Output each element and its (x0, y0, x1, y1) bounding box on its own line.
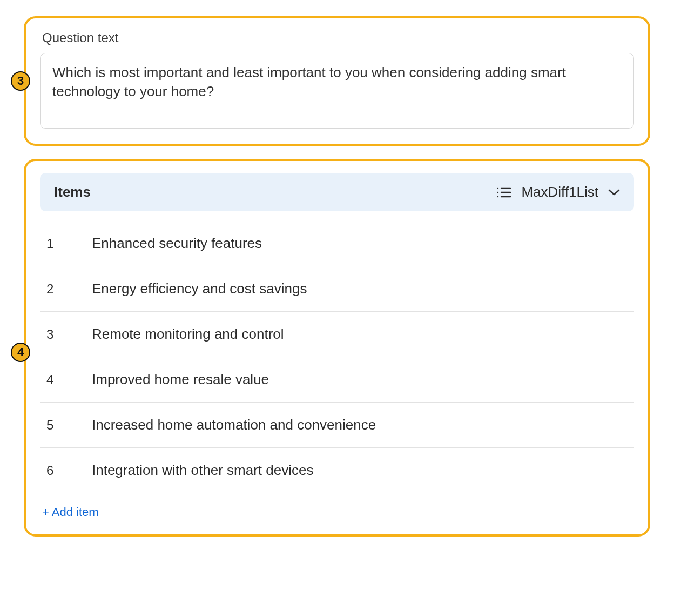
callout-step-3-label: 3 (17, 74, 24, 88)
item-number: 4 (43, 372, 92, 387)
items-panel: Items MaxDiff1List (24, 159, 650, 537)
add-item-label: + Add item (42, 505, 99, 519)
question-text-input[interactable] (40, 53, 634, 129)
question-text-label: Question text (42, 30, 634, 45)
items-header-title: Items (54, 184, 91, 200)
list-item[interactable]: 3 Remote monitoring and control (40, 312, 634, 357)
item-text: Remote monitoring and control (92, 326, 284, 343)
list-item[interactable]: 1 Enhanced security features (40, 221, 634, 266)
items-header: Items MaxDiff1List (40, 173, 634, 211)
item-number: 5 (43, 418, 92, 433)
svg-point-4 (497, 196, 498, 197)
items-list: 1 Enhanced security features 2 Energy ef… (40, 221, 634, 493)
question-text-panel: Question text (24, 16, 650, 146)
item-text: Improved home resale value (92, 371, 269, 388)
editor-canvas: 3 4 Question text Items (0, 0, 674, 616)
chevron-down-icon (608, 189, 620, 196)
list-item[interactable]: 6 Integration with other smart devices (40, 448, 634, 493)
item-number: 6 (43, 463, 92, 478)
callout-step-4-label: 4 (17, 345, 24, 359)
svg-point-2 (497, 191, 498, 192)
callout-step-3: 3 (11, 71, 30, 91)
list-icon (496, 186, 511, 199)
item-number: 2 (43, 282, 92, 297)
items-list-selector[interactable]: MaxDiff1List (496, 184, 620, 200)
item-text: Increased home automation and convenienc… (92, 417, 376, 433)
list-item[interactable]: 5 Increased home automation and convenie… (40, 403, 634, 448)
list-item[interactable]: 2 Energy efficiency and cost savings (40, 266, 634, 312)
callout-step-4: 4 (11, 343, 30, 362)
list-item[interactable]: 4 Improved home resale value (40, 357, 634, 403)
items-list-selector-label: MaxDiff1List (521, 184, 598, 200)
add-item-button[interactable]: + Add item (40, 493, 101, 521)
item-text: Energy efficiency and cost savings (92, 280, 307, 297)
item-number: 1 (43, 236, 92, 251)
svg-point-0 (497, 187, 498, 188)
item-number: 3 (43, 327, 92, 342)
item-text: Enhanced security features (92, 235, 262, 252)
item-text: Integration with other smart devices (92, 462, 313, 479)
